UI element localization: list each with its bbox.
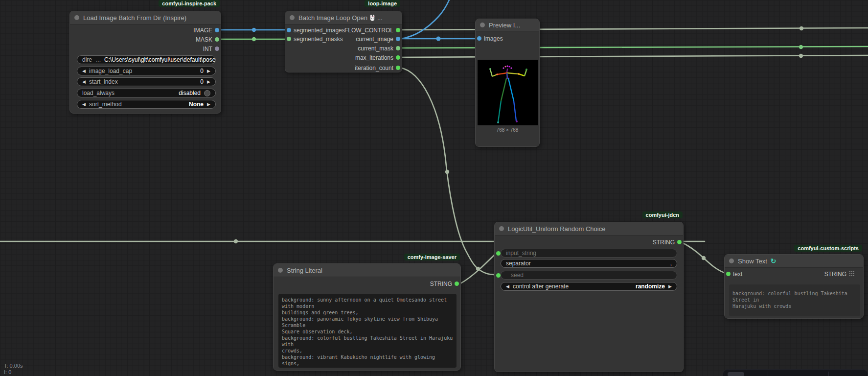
output-socket-flow-control[interactable] <box>396 28 400 32</box>
sort-method-widget[interactable]: ◀ sort_method None ▶ <box>77 100 216 109</box>
directory-widget[interactable]: dire ... C:\Users\syui\git\comfyui\user\… <box>77 55 216 64</box>
show-text-logo-icon: ↻ <box>771 257 777 265</box>
input-label: text <box>733 270 742 278</box>
decrement-arrow-icon[interactable]: ◀ <box>82 100 89 108</box>
partial-node[interactable] <box>723 369 868 376</box>
string-literal-textarea[interactable]: background: sunny afternoon on a quiet O… <box>278 294 457 368</box>
node-title: Preview I... <box>489 22 520 29</box>
node-string-literal[interactable]: String Literal STRING background: sunny … <box>273 263 461 371</box>
increment-arrow-icon[interactable]: ▶ <box>665 282 672 290</box>
increment-arrow-icon[interactable]: ▶ <box>204 67 210 75</box>
node-title-bar[interactable]: Batch Image Loop Open ... <box>285 11 402 24</box>
node-logicutil-random-choice[interactable]: LogicUtil_Uniform Random Choice STRING i… <box>494 222 684 372</box>
node-title-bar[interactable]: Preview I... <box>476 19 539 31</box>
input-socket-input-string[interactable] <box>496 251 501 256</box>
node-show-text[interactable]: Show Text ↻ text STRING background: colo… <box>724 254 864 319</box>
node-graph-canvas[interactable]: comfyui-inspire-pack loop-image comfyui-… <box>0 0 868 376</box>
node-status-dot <box>480 23 485 27</box>
divider <box>828 372 829 376</box>
widget-label: seed <box>511 271 524 279</box>
widget-label: input_string <box>506 249 536 257</box>
input-label: images <box>484 35 503 43</box>
node-status-dot <box>278 268 283 273</box>
input-socket-segmented-masks[interactable] <box>287 37 291 41</box>
partial-node-pill <box>728 372 744 376</box>
widget-label: separator <box>506 259 531 267</box>
node-title-bar[interactable]: Load Image Batch From Dir (Inspire) <box>70 11 221 24</box>
node-title: Load Image Batch From Dir (Inspire) <box>83 14 186 22</box>
node-status-dot <box>290 15 295 20</box>
increment-arrow-icon[interactable]: ▶ <box>204 100 210 108</box>
decrement-arrow-icon[interactable]: ◀ <box>506 282 513 290</box>
status-iteration: I: 0 <box>4 369 11 376</box>
input-label: segmented_masks <box>294 35 343 43</box>
widget-value: disabled <box>179 89 201 97</box>
widget-label: control after generate <box>513 282 569 290</box>
output-label: STRING <box>430 280 452 288</box>
widget-value: C:\Users\syui\git\comfyui\user\default\p… <box>104 56 215 64</box>
output-label: STRING <box>824 270 855 278</box>
node-batch-image-loop[interactable]: Batch Image Loop Open ... segmented_imag… <box>285 11 402 72</box>
widget-value: , <box>670 259 672 267</box>
node-preview-image[interactable]: Preview I... images <box>475 19 540 147</box>
output-socket-mask[interactable] <box>215 37 219 42</box>
pose-skeleton-image <box>478 60 538 125</box>
node-title: Batch Image Loop Open <box>298 14 367 22</box>
preview-image-frame <box>478 60 538 125</box>
decrement-arrow-icon[interactable]: ◀ <box>82 78 89 86</box>
input-socket-images[interactable] <box>477 36 481 41</box>
output-socket-current-image[interactable] <box>396 37 400 41</box>
status-time: T: 0.00s <box>4 363 23 369</box>
decrement-arrow-icon[interactable]: ◀ <box>82 67 89 75</box>
widget-label: image_load_cap <box>89 67 132 75</box>
node-load-image-batch[interactable]: Load Image Batch From Dir (Inspire) IMAG… <box>69 11 221 114</box>
output-socket-image[interactable] <box>215 28 219 32</box>
widget-value: 0 <box>200 67 204 75</box>
rabbit-icon <box>369 15 376 21</box>
ellipsis: ... <box>96 56 101 64</box>
output-label: STRING <box>653 238 675 246</box>
input-socket-text[interactable] <box>726 272 731 276</box>
image-load-cap-widget[interactable]: ◀ image_load_cap 0 ▶ <box>77 67 216 75</box>
seed-slot[interactable]: seed <box>501 271 677 280</box>
input-socket-segmented-images[interactable] <box>287 28 291 32</box>
output-socket-int[interactable] <box>215 47 219 51</box>
divider <box>768 372 768 376</box>
widget-value: randomize <box>636 282 665 290</box>
image-resolution-label: 768 × 768 <box>476 127 539 133</box>
node-badge: comfy-image-saver <box>404 254 460 260</box>
output-socket-max-iterations[interactable] <box>396 55 400 60</box>
node-status-dot <box>74 15 79 20</box>
node-badge: comfyui-jdcn <box>642 212 683 218</box>
node-title: String Literal <box>287 267 322 274</box>
widget-label: dire <box>82 56 92 64</box>
node-status-dot <box>729 258 734 263</box>
start-index-widget[interactable]: ◀ start_index 0 ▶ <box>77 77 216 86</box>
node-badge: loop-image <box>365 0 400 7</box>
grip-dots-icon[interactable] <box>849 271 855 277</box>
widget-label: start_index <box>89 78 118 86</box>
output-label: INT <box>203 45 212 53</box>
output-label: max_iterations <box>355 54 393 62</box>
input-string-slot[interactable]: input_string <box>501 249 677 258</box>
widget-value: None <box>189 100 204 108</box>
load-always-toggle[interactable]: load_always disabled <box>77 89 216 97</box>
output-label: current_image <box>356 35 393 43</box>
output-socket-string[interactable] <box>455 282 459 286</box>
node-title: Show Text <box>738 258 767 265</box>
node-title-bar[interactable]: String Literal <box>274 264 460 277</box>
show-text-output-box[interactable]: background: colorful bustling Takeshita … <box>729 284 860 316</box>
node-title-bar[interactable]: Show Text ↻ <box>725 255 863 268</box>
control-after-generate-widget[interactable]: ◀ control after generate randomize ▶ <box>501 282 677 291</box>
separator-widget[interactable]: separator , <box>501 259 677 268</box>
output-socket-current-mask[interactable] <box>396 46 400 50</box>
output-socket-string[interactable] <box>677 240 682 244</box>
node-title-ellipsis: ... <box>377 14 383 22</box>
node-title-bar[interactable]: LogicUtil_Uniform Random Choice <box>495 222 683 235</box>
increment-arrow-icon[interactable]: ▶ <box>204 78 210 86</box>
input-label: segmented_images <box>294 26 345 34</box>
toggle-circle-icon[interactable] <box>204 90 210 96</box>
output-label: IMAGE <box>193 26 212 34</box>
input-socket-seed[interactable] <box>496 273 501 278</box>
output-socket-iteration-count[interactable] <box>396 66 400 70</box>
